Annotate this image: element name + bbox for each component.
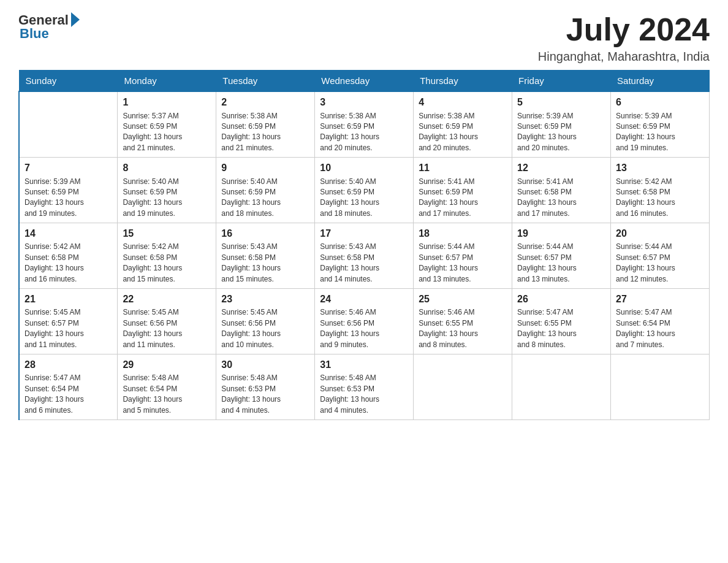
week-row-3: 14Sunrise: 5:42 AM Sunset: 6:58 PM Dayli… (19, 223, 710, 289)
calendar-cell: 15Sunrise: 5:42 AM Sunset: 6:58 PM Dayli… (118, 223, 216, 289)
day-info: Sunrise: 5:42 AM Sunset: 6:58 PM Dayligh… (123, 242, 211, 285)
week-row-4: 21Sunrise: 5:45 AM Sunset: 6:57 PM Dayli… (19, 289, 710, 354)
calendar-cell: 1Sunrise: 5:37 AM Sunset: 6:59 PM Daylig… (118, 91, 216, 157)
day-info: Sunrise: 5:40 AM Sunset: 6:59 PM Dayligh… (123, 177, 211, 220)
week-row-2: 7Sunrise: 5:39 AM Sunset: 6:59 PM Daylig… (19, 158, 710, 223)
day-number: 10 (320, 161, 408, 175)
header-cell-wednesday: Wednesday (315, 71, 414, 92)
logo: General Blue (18, 12, 80, 42)
calendar-cell: 20Sunrise: 5:44 AM Sunset: 6:57 PM Dayli… (611, 223, 710, 289)
calendar-cell (414, 354, 512, 420)
calendar-body: 1Sunrise: 5:37 AM Sunset: 6:59 PM Daylig… (19, 91, 710, 419)
calendar-cell (611, 354, 710, 420)
day-info: Sunrise: 5:37 AM Sunset: 6:59 PM Dayligh… (123, 111, 211, 154)
calendar-cell: 5Sunrise: 5:39 AM Sunset: 6:59 PM Daylig… (512, 91, 611, 157)
day-number: 26 (517, 293, 605, 306)
calendar-cell: 25Sunrise: 5:46 AM Sunset: 6:55 PM Dayli… (414, 289, 512, 354)
day-number: 27 (616, 293, 704, 306)
calendar-cell: 13Sunrise: 5:42 AM Sunset: 6:58 PM Dayli… (611, 158, 710, 223)
calendar-cell: 8Sunrise: 5:40 AM Sunset: 6:59 PM Daylig… (118, 158, 216, 223)
day-info: Sunrise: 5:48 AM Sunset: 6:53 PM Dayligh… (320, 373, 408, 416)
calendar-cell: 26Sunrise: 5:47 AM Sunset: 6:55 PM Dayli… (512, 289, 611, 354)
calendar-cell: 17Sunrise: 5:43 AM Sunset: 6:58 PM Dayli… (315, 223, 414, 289)
day-number: 7 (25, 161, 112, 175)
day-info: Sunrise: 5:39 AM Sunset: 6:59 PM Dayligh… (517, 111, 605, 154)
calendar-cell: 18Sunrise: 5:44 AM Sunset: 6:57 PM Dayli… (414, 223, 512, 289)
calendar-cell: 21Sunrise: 5:45 AM Sunset: 6:57 PM Dayli… (19, 289, 118, 354)
calendar-cell: 7Sunrise: 5:39 AM Sunset: 6:59 PM Daylig… (19, 158, 118, 223)
title-block: July 2024 Hinganghat, Maharashtra, India (538, 12, 710, 64)
day-number: 3 (320, 96, 408, 109)
day-info: Sunrise: 5:46 AM Sunset: 6:56 PM Dayligh… (320, 307, 408, 350)
day-info: Sunrise: 5:39 AM Sunset: 6:59 PM Dayligh… (25, 177, 112, 220)
day-number: 16 (221, 227, 309, 240)
day-info: Sunrise: 5:44 AM Sunset: 6:57 PM Dayligh… (419, 242, 507, 285)
day-number: 31 (320, 358, 408, 372)
day-info: Sunrise: 5:46 AM Sunset: 6:55 PM Dayligh… (419, 307, 507, 350)
header-cell-friday: Friday (512, 71, 611, 92)
calendar-cell: 29Sunrise: 5:48 AM Sunset: 6:54 PM Dayli… (118, 354, 216, 420)
calendar-cell: 14Sunrise: 5:42 AM Sunset: 6:58 PM Dayli… (19, 223, 118, 289)
day-number: 29 (123, 358, 211, 372)
calendar-cell: 30Sunrise: 5:48 AM Sunset: 6:53 PM Dayli… (216, 354, 315, 420)
day-number: 23 (221, 293, 309, 306)
location-subtitle: Hinganghat, Maharashtra, India (538, 50, 710, 64)
calendar-cell: 23Sunrise: 5:45 AM Sunset: 6:56 PM Dayli… (216, 289, 315, 354)
calendar-cell: 31Sunrise: 5:48 AM Sunset: 6:53 PM Dayli… (315, 354, 414, 420)
day-number: 2 (221, 96, 309, 109)
calendar-cell: 9Sunrise: 5:40 AM Sunset: 6:59 PM Daylig… (216, 158, 315, 223)
day-number: 14 (25, 227, 112, 240)
day-info: Sunrise: 5:39 AM Sunset: 6:59 PM Dayligh… (616, 111, 704, 154)
day-number: 19 (517, 227, 605, 240)
week-row-1: 1Sunrise: 5:37 AM Sunset: 6:59 PM Daylig… (19, 91, 710, 157)
logo-arrow-icon (71, 12, 80, 27)
day-number: 24 (320, 293, 408, 306)
calendar-cell: 11Sunrise: 5:41 AM Sunset: 6:59 PM Dayli… (414, 158, 512, 223)
day-number: 6 (616, 96, 704, 109)
day-info: Sunrise: 5:48 AM Sunset: 6:54 PM Dayligh… (123, 373, 211, 416)
day-number: 15 (123, 227, 211, 240)
day-info: Sunrise: 5:44 AM Sunset: 6:57 PM Dayligh… (616, 242, 704, 285)
header-row: SundayMondayTuesdayWednesdayThursdayFrid… (19, 71, 710, 92)
day-info: Sunrise: 5:45 AM Sunset: 6:57 PM Dayligh… (25, 307, 112, 350)
day-info: Sunrise: 5:47 AM Sunset: 6:54 PM Dayligh… (616, 307, 704, 350)
day-number: 28 (25, 358, 112, 372)
day-number: 17 (320, 227, 408, 240)
day-number: 18 (419, 227, 507, 240)
day-info: Sunrise: 5:43 AM Sunset: 6:58 PM Dayligh… (320, 242, 408, 285)
calendar-cell (19, 91, 118, 157)
day-number: 30 (221, 358, 309, 372)
day-info: Sunrise: 5:38 AM Sunset: 6:59 PM Dayligh… (419, 111, 507, 154)
header-cell-sunday: Sunday (19, 71, 118, 92)
calendar-cell: 4Sunrise: 5:38 AM Sunset: 6:59 PM Daylig… (414, 91, 512, 157)
page-header: General Blue July 2024 Hinganghat, Mahar… (18, 12, 710, 64)
day-info: Sunrise: 5:47 AM Sunset: 6:54 PM Dayligh… (25, 373, 112, 416)
day-number: 13 (616, 161, 704, 175)
logo-blue-text: Blue (20, 26, 49, 42)
day-number: 1 (123, 96, 211, 109)
calendar-cell: 28Sunrise: 5:47 AM Sunset: 6:54 PM Dayli… (19, 354, 118, 420)
calendar-table: SundayMondayTuesdayWednesdayThursdayFrid… (18, 70, 710, 420)
day-number: 20 (616, 227, 704, 240)
day-number: 21 (25, 293, 112, 306)
calendar-cell: 6Sunrise: 5:39 AM Sunset: 6:59 PM Daylig… (611, 91, 710, 157)
day-number: 5 (517, 96, 605, 109)
calendar-cell: 3Sunrise: 5:38 AM Sunset: 6:59 PM Daylig… (315, 91, 414, 157)
day-number: 4 (419, 96, 507, 109)
day-number: 9 (221, 161, 309, 175)
day-info: Sunrise: 5:42 AM Sunset: 6:58 PM Dayligh… (616, 177, 704, 220)
day-number: 8 (123, 161, 211, 175)
calendar-cell: 12Sunrise: 5:41 AM Sunset: 6:58 PM Dayli… (512, 158, 611, 223)
header-cell-tuesday: Tuesday (216, 71, 315, 92)
day-number: 11 (419, 161, 507, 175)
calendar-cell: 22Sunrise: 5:45 AM Sunset: 6:56 PM Dayli… (118, 289, 216, 354)
day-info: Sunrise: 5:41 AM Sunset: 6:58 PM Dayligh… (517, 177, 605, 220)
header-cell-thursday: Thursday (414, 71, 512, 92)
calendar-cell: 24Sunrise: 5:46 AM Sunset: 6:56 PM Dayli… (315, 289, 414, 354)
calendar-cell: 19Sunrise: 5:44 AM Sunset: 6:57 PM Dayli… (512, 223, 611, 289)
day-info: Sunrise: 5:41 AM Sunset: 6:59 PM Dayligh… (419, 177, 507, 220)
calendar-cell: 27Sunrise: 5:47 AM Sunset: 6:54 PM Dayli… (611, 289, 710, 354)
day-number: 25 (419, 293, 507, 306)
day-info: Sunrise: 5:40 AM Sunset: 6:59 PM Dayligh… (221, 177, 309, 220)
calendar-cell: 10Sunrise: 5:40 AM Sunset: 6:59 PM Dayli… (315, 158, 414, 223)
